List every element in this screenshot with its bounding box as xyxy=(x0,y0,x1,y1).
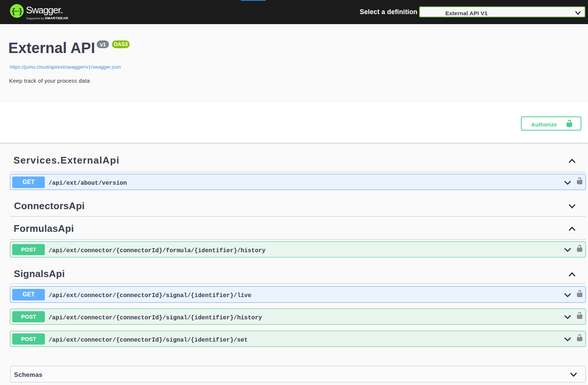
svg-text:}: } xyxy=(19,7,22,15)
svg-text:{: { xyxy=(12,7,15,15)
